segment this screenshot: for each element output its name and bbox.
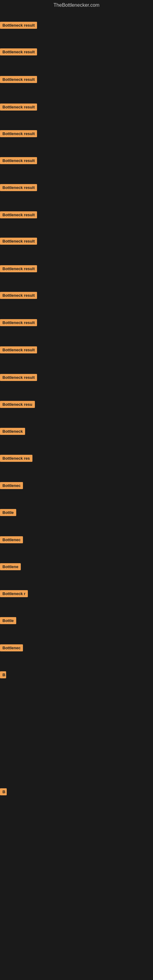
bottleneck-result-row: Bottleneck res	[0, 455, 32, 463]
bottleneck-result-label: Bottleneck result	[0, 238, 37, 245]
bottleneck-result-label: Bottle	[0, 617, 16, 624]
bottleneck-result-label: Bottleneck result	[0, 292, 37, 299]
bottleneck-result-row: Bottle	[0, 617, 16, 625]
bottleneck-result-row: B	[0, 788, 7, 797]
bottleneck-result-row: Bottleneck result	[0, 238, 37, 246]
bottleneck-result-row: Bottleneck result	[0, 319, 37, 328]
bottleneck-result-label: Bottleneck result	[0, 319, 37, 326]
bottleneck-result-row: Bottleneck resu	[0, 401, 35, 409]
bottleneck-result-label: Bottleneck result	[0, 265, 37, 272]
bottleneck-result-row: Bottlenec	[0, 536, 23, 544]
bottleneck-result-row: Bottleneck r	[0, 590, 28, 598]
bottleneck-result-row: Bottleneck	[0, 428, 25, 436]
bottleneck-result-row: Bottleneck result	[0, 157, 37, 165]
bottleneck-result-label: Bottleneck result	[0, 76, 37, 83]
bottleneck-result-label: Bottlenec	[0, 644, 23, 651]
bottleneck-result-row: Bottleneck result	[0, 374, 37, 382]
site-title: TheBottlenecker.com	[0, 0, 153, 10]
bottleneck-result-row: Bottleneck result	[0, 292, 37, 300]
bottleneck-result-label: Bottleneck res	[0, 455, 32, 462]
bottleneck-result-row: Bottlenec	[0, 482, 23, 490]
bottleneck-result-label: Bottleneck result	[0, 184, 37, 191]
bottleneck-result-row: Bottleneck result	[0, 103, 37, 112]
bottleneck-result-label: Bottleneck result	[0, 22, 37, 29]
bottleneck-result-row: Bottleneck result	[0, 346, 37, 355]
bottleneck-result-label: Bottleneck r	[0, 590, 28, 597]
bottleneck-result-row: Bottleneck result	[0, 130, 37, 138]
bottleneck-result-label: B	[0, 671, 6, 678]
bottleneck-result-label: Bottleneck result	[0, 211, 37, 218]
bottleneck-result-label: Bottleneck result	[0, 130, 37, 137]
bottleneck-result-row: B	[0, 671, 6, 679]
bottleneck-result-label: Bottlene	[0, 563, 21, 570]
bottleneck-result-row: Bottlene	[0, 563, 21, 571]
bottleneck-result-label: Bottleneck result	[0, 374, 37, 381]
bottleneck-result-label: Bottlenec	[0, 536, 23, 543]
bottleneck-result-label: Bottleneck resu	[0, 401, 35, 408]
bottleneck-result-label: Bottleneck result	[0, 346, 37, 353]
bottleneck-result-label: Bottleneck result	[0, 103, 37, 111]
bottleneck-result-label: Bottleneck result	[0, 48, 37, 56]
bottleneck-result-row: Bottleneck result	[0, 22, 37, 30]
bottleneck-result-label: Bottlenec	[0, 482, 23, 489]
bottleneck-result-row: Bottleneck result	[0, 48, 37, 57]
bottleneck-result-row: Bottleneck result	[0, 76, 37, 84]
bottleneck-result-row: Bottleneck result	[0, 265, 37, 274]
bottleneck-result-row: Bottleneck result	[0, 184, 37, 192]
bottleneck-result-row: Bottleneck result	[0, 211, 37, 220]
bottleneck-result-label: Bottle	[0, 509, 16, 516]
bottleneck-result-row: Bottle	[0, 509, 16, 517]
bottleneck-result-label: B	[0, 788, 7, 795]
bottleneck-result-label: Bottleneck result	[0, 157, 37, 164]
bottleneck-result-label: Bottleneck	[0, 428, 25, 435]
bottleneck-result-row: Bottlenec	[0, 644, 23, 652]
